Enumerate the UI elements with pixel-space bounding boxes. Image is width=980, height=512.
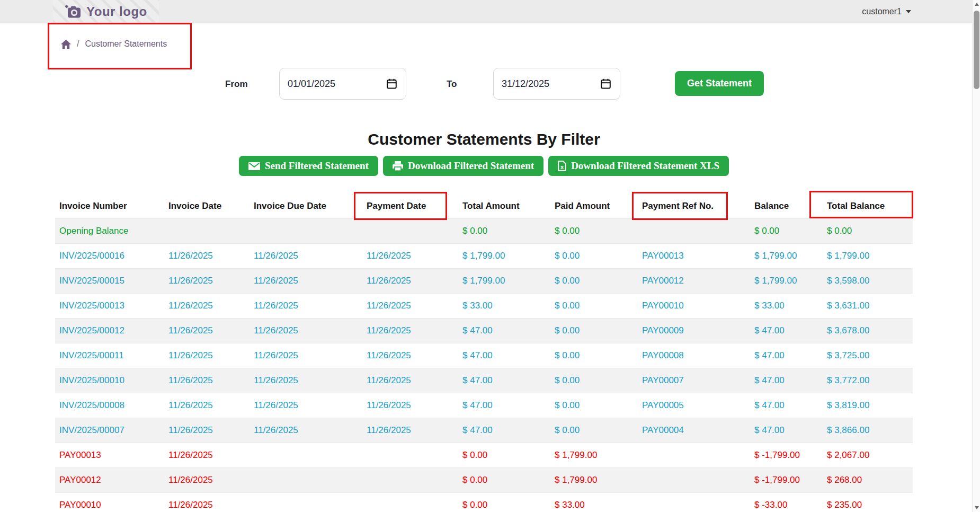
- table-cell: $ 1,799.00: [550, 443, 638, 467]
- table-row: INV/2025/00012 11/26/2025 11/26/2025 11/…: [55, 318, 913, 343]
- table-cell: $ 3,819.00: [823, 393, 913, 418]
- table-cell: $ 3,772.00: [823, 368, 913, 393]
- table-cell: 11/26/2025: [164, 492, 250, 512]
- vertical-scrollbar[interactable]: [972, 0, 980, 512]
- table-cell: $ 0.00: [458, 218, 550, 243]
- svg-text:x: x: [560, 164, 564, 170]
- table-cell: $ 0.00: [550, 368, 638, 393]
- table-cell: $ -1,799.00: [750, 467, 823, 492]
- file-excel-icon: x: [558, 161, 566, 171]
- col-payment-ref-no: Payment Ref No.: [638, 194, 750, 218]
- download-filtered-statement-xls-button[interactable]: x Download Filtered Statement XLS: [548, 156, 729, 176]
- table-cell: $ 47.00: [458, 418, 550, 443]
- table-cell: 11/26/2025: [362, 318, 458, 343]
- table-cell: $ 1,799.00: [823, 243, 913, 268]
- table-row: INV/2025/00013 11/26/2025 11/26/2025 11/…: [55, 293, 913, 318]
- table-cell: [250, 467, 362, 492]
- table-cell: PAY00008: [638, 343, 750, 368]
- table-cell: 11/26/2025: [250, 368, 362, 393]
- table-cell: $ 0.00: [550, 218, 638, 243]
- download-filtered-statement-button[interactable]: Download Filtered Statement: [383, 156, 544, 176]
- to-label: To: [447, 69, 457, 100]
- send-filtered-statement-button[interactable]: Send Filtered Statement: [239, 156, 378, 176]
- table-row: INV/2025/00008 11/26/2025 11/26/2025 11/…: [55, 393, 913, 418]
- table-cell: INV/2025/00016: [55, 243, 164, 268]
- button-label: Download Filtered Statement: [408, 160, 534, 172]
- scroll-up-arrow-icon[interactable]: [973, 0, 980, 8]
- table-cell: 11/26/2025: [164, 343, 250, 368]
- table-cell: 11/26/2025: [362, 343, 458, 368]
- from-label: From: [225, 69, 248, 100]
- table-header-row: Invoice Number Invoice Date Invoice Due …: [55, 194, 913, 218]
- col-invoice-number: Invoice Number: [55, 194, 164, 218]
- table-cell: 11/26/2025: [164, 318, 250, 343]
- to-date-input[interactable]: 31/12/2025: [493, 68, 620, 100]
- table-row: INV/2025/00010 11/26/2025 11/26/2025 11/…: [55, 368, 913, 393]
- table-cell: [362, 443, 458, 467]
- calendar-icon[interactable]: [387, 78, 397, 89]
- printer-icon: [393, 161, 403, 171]
- table-row: PAY00013 11/26/2025 $ 0.00 $ 1,799.00 $ …: [55, 443, 913, 467]
- app-logo[interactable]: Your logo: [53, 0, 159, 23]
- table-cell: $ 47.00: [458, 318, 550, 343]
- table-cell: [250, 492, 362, 512]
- table-cell: PAY00005: [638, 393, 750, 418]
- breadcrumb-separator: /: [77, 39, 79, 49]
- calendar-icon[interactable]: [601, 78, 611, 89]
- table-cell: $ 33.00: [458, 293, 550, 318]
- table-cell: 11/26/2025: [250, 268, 362, 293]
- table-cell: 11/26/2025: [164, 467, 250, 492]
- table-row: PAY00010 11/26/2025 $ 0.00 $ 33.00 $ -33…: [55, 492, 913, 512]
- table-cell: [164, 218, 250, 243]
- table-cell: 11/26/2025: [362, 368, 458, 393]
- table-cell: 11/26/2025: [362, 393, 458, 418]
- table-cell: 11/26/2025: [250, 243, 362, 268]
- table-cell: [362, 467, 458, 492]
- button-label: Send Filtered Statement: [265, 160, 369, 172]
- table-cell: $ 1,799.00: [458, 268, 550, 293]
- scrollbar-thumb[interactable]: [974, 11, 979, 89]
- customer-statements-page: Your logo customer1 / Customer Statement…: [0, 0, 980, 512]
- table-row: PAY00012 11/26/2025 $ 0.00 $ 1,799.00 $ …: [55, 467, 913, 492]
- envelope-icon: [248, 162, 260, 170]
- table-cell: $ 47.00: [750, 318, 823, 343]
- table-cell: INV/2025/00010: [55, 368, 164, 393]
- table-cell: 11/26/2025: [250, 293, 362, 318]
- table-cell: INV/2025/00008: [55, 393, 164, 418]
- col-balance: Balance: [750, 194, 823, 218]
- table-cell: 11/26/2025: [164, 418, 250, 443]
- table-cell: $ -1,799.00: [750, 443, 823, 467]
- table-cell: 11/26/2025: [164, 293, 250, 318]
- table-cell: $ 0.00: [458, 443, 550, 467]
- table-cell: $ 0.00: [458, 467, 550, 492]
- table-cell: PAY00013: [638, 243, 750, 268]
- breadcrumb-current: Customer Statements: [85, 39, 167, 49]
- table-cell: $ 47.00: [458, 368, 550, 393]
- table-cell: PAY00012: [638, 268, 750, 293]
- table-cell: $ 1,799.00: [550, 467, 638, 492]
- table-cell: [638, 218, 750, 243]
- page-title: Customer Statements By Filter: [55, 130, 913, 148]
- from-date-value: 01/01/2025: [288, 78, 335, 90]
- user-menu[interactable]: customer1: [862, 0, 911, 23]
- table-cell: PAY00010: [55, 492, 164, 512]
- table-cell: 11/26/2025: [164, 443, 250, 467]
- col-invoice-date: Invoice Date: [164, 194, 250, 218]
- camera-plus-icon: [65, 4, 82, 19]
- top-header-bar: Your logo customer1: [0, 0, 980, 23]
- table-cell: 11/26/2025: [362, 243, 458, 268]
- table-cell: $ 1,799.00: [458, 243, 550, 268]
- table-cell: PAY00007: [638, 368, 750, 393]
- table-cell: [638, 492, 750, 512]
- home-icon[interactable]: [61, 40, 71, 49]
- table-cell: $ -33.00: [750, 492, 823, 512]
- logo-text: Your logo: [86, 4, 147, 19]
- table-cell: $ 3,598.00: [823, 268, 913, 293]
- scroll-down-arrow-icon[interactable]: [973, 504, 980, 512]
- from-date-input[interactable]: 01/01/2025: [279, 68, 406, 100]
- table-cell: [362, 218, 458, 243]
- get-statement-button[interactable]: Get Statement: [675, 71, 764, 96]
- col-total-amount: Total Amount: [458, 194, 550, 218]
- button-label: Download Filtered Statement XLS: [571, 160, 719, 172]
- statement-actions: Send Filtered Statement Download Filtere…: [55, 156, 913, 176]
